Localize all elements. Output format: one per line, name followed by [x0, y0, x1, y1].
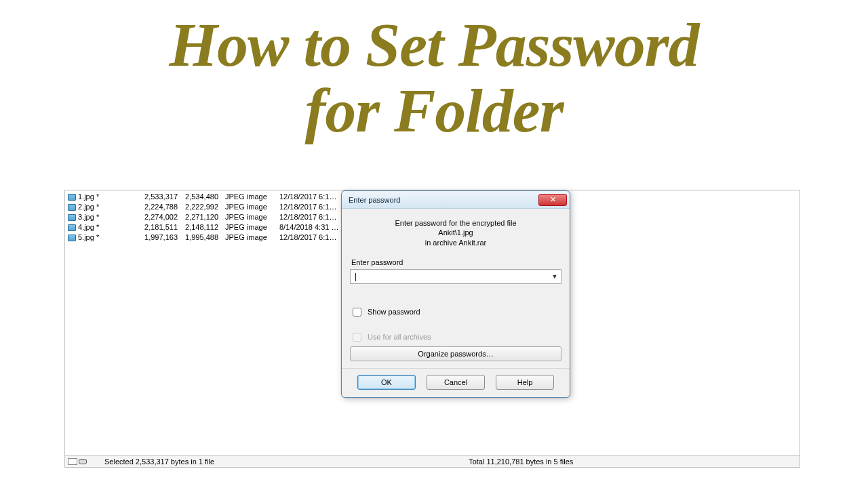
image-file-icon: [68, 204, 76, 211]
headline-line-2: for Folder: [0, 78, 868, 144]
password-input[interactable]: [350, 269, 561, 284]
dialog-message-line-1: Enter password for the encrypted file: [355, 218, 556, 228]
file-name: 5.jpg *: [78, 232, 99, 243]
file-packed-size: 2,271,120: [182, 212, 222, 222]
file-type: JPEG image: [222, 202, 277, 212]
headline-line-1: How to Set Password: [0, 12, 868, 78]
image-file-icon: [68, 214, 76, 221]
close-icon: ✕: [550, 196, 556, 203]
file-size: 2,533,317: [141, 192, 182, 202]
image-file-icon: [68, 194, 76, 201]
file-packed-size: 2,222,992: [182, 202, 222, 212]
file-size: 2,224,788: [141, 202, 182, 212]
file-modified: 12/18/2017 6:1…: [277, 232, 338, 243]
use-for-all-label: Use for all archives: [368, 333, 431, 341]
page-headline: How to Set Password for Folder: [0, 0, 868, 147]
use-for-all-checkbox: Use for all archives: [350, 331, 561, 344]
show-password-box[interactable]: [353, 308, 361, 317]
cancel-button[interactable]: Cancel: [427, 375, 485, 390]
dialog-footer: OK Cancel Help: [342, 368, 570, 397]
organize-passwords-button[interactable]: Organize passwords…: [350, 346, 561, 361]
chevron-down-icon: ▼: [552, 273, 558, 280]
close-button[interactable]: ✕: [538, 194, 567, 206]
dialog-titlebar[interactable]: Enter password ✕: [342, 191, 570, 209]
file-packed-size: 2,534,480: [182, 192, 222, 202]
file-modified: 12/18/2017 6:1…: [277, 192, 338, 202]
enter-password-dialog: Enter password ✕ Enter password for the …: [341, 190, 570, 398]
show-password-checkbox[interactable]: Show password: [350, 306, 561, 319]
lock-key-icon: [79, 459, 87, 464]
file-modified: 12/18/2017 6:1…: [277, 202, 338, 212]
file-packed-size: 1,995,488: [182, 232, 222, 243]
status-total: Total 11,210,781 bytes in 5 files: [469, 458, 573, 466]
dialog-message: Enter password for the encrypted file An…: [350, 216, 561, 257]
dialog-message-line-3: in archive Ankit.rar: [355, 238, 556, 247]
file-type: JPEG image: [222, 232, 277, 243]
password-dropdown-button[interactable]: ▼: [549, 270, 560, 283]
help-button[interactable]: Help: [496, 375, 554, 390]
dialog-message-line-2: Ankit\1.jpg: [355, 228, 556, 237]
status-bar: Selected 2,533,317 bytes in 1 file Total…: [65, 455, 800, 467]
password-label: Enter password: [351, 258, 561, 266]
status-bar-icons: [65, 458, 87, 465]
drive-icon: [68, 458, 77, 465]
image-file-icon: [68, 235, 76, 241]
use-for-all-box: [353, 333, 361, 342]
ok-button[interactable]: OK: [357, 375, 416, 390]
file-name: 2.jpg *: [78, 202, 99, 212]
file-size: 1,997,163: [141, 232, 182, 243]
file-packed-size: 2,148,112: [182, 222, 222, 232]
file-modified: 8/14/2018 4:31 …: [277, 222, 338, 232]
file-type: JPEG image: [222, 192, 277, 202]
file-name: 1.jpg *: [78, 192, 99, 202]
file-type: JPEG image: [222, 212, 277, 222]
file-name: 3.jpg *: [78, 212, 99, 222]
image-file-icon: [68, 224, 76, 231]
file-type: JPEG image: [222, 222, 277, 232]
file-name: 4.jpg *: [78, 222, 99, 232]
file-size: 2,274,002: [141, 212, 182, 222]
status-selected: Selected 2,533,317 bytes in 1 file: [87, 458, 469, 466]
dialog-title: Enter password: [349, 196, 538, 204]
file-modified: 12/18/2017 6:1…: [277, 212, 338, 222]
file-size: 2,181,511: [141, 222, 182, 232]
show-password-label: Show password: [368, 308, 420, 316]
